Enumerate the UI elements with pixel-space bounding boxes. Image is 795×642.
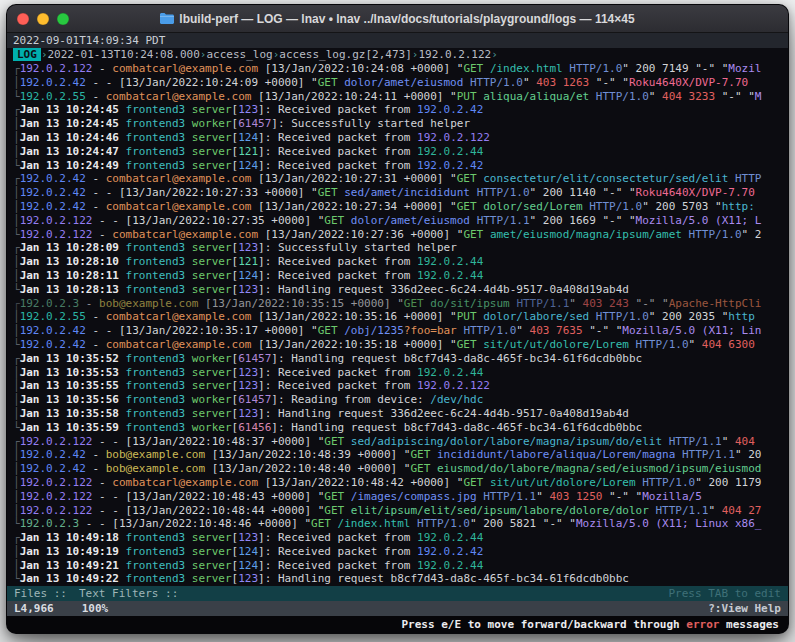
file-group-marker: │ [13,200,20,213]
text-span: HTTP/1.0 [596,90,649,103]
log-line[interactable]: │192.0.2.122 - - [13/Jan/2022:10:27:35 +… [13,214,788,228]
log-line[interactable]: ┌192.0.2.3 - bob@example.com [13/Jan/202… [13,297,788,311]
files-panel-tab[interactable]: Files :: [14,586,67,601]
text-span: http [728,310,755,323]
text-span: [13/Jan/2022:10:35:15 +0000] " [198,297,403,310]
text-span: ]: Handling request b8cf7d43-da8c-465f-b… [271,352,642,365]
log-line[interactable]: └Jan 13 10:24:49 frontend3 server[124]: … [13,159,788,173]
minimize-button[interactable] [37,13,49,25]
log-line[interactable]: │192.0.2.42 - bob@example.com [13/Jan/20… [13,448,788,462]
text-span: frontend3 [126,117,186,130]
text-span: dolor/labore/sed [483,310,589,323]
text-span: do/sit/ipsum [430,297,509,310]
text-span [185,283,192,296]
text-span: 192.0.2.122 [20,62,93,75]
breadcrumb-crumb[interactable]: 2022-01-13T10:24:08.000 [48,48,200,61]
text-span [185,531,192,544]
text-span: server [192,545,232,558]
file-group-marker: └ [13,517,20,530]
log-line[interactable]: ┌192.0.2.122 - combatcarl@example.com [1… [13,62,788,76]
log-line[interactable]: ┌Jan 13 10:28:09 frontend3 server[123]: … [13,241,788,255]
text-span [344,214,351,227]
log-line[interactable]: │Jan 13 10:35:58 frontend3 server[123]: … [13,407,788,421]
text-span: Jan 13 10:28:11 [20,269,119,282]
file-group-marker: │ [13,214,20,227]
text-span: server [192,407,232,420]
log-line[interactable]: │192.0.2.122 - - [13/Jan/2022:10:48:43 +… [13,490,788,504]
text-span: frontend3 [126,145,186,158]
text-span: server [192,283,232,296]
text-span: 403 1263 [536,76,589,89]
log-line[interactable]: ┌192.0.2.122 - - [13/Jan/2022:10:48:37 +… [13,435,788,449]
log-line[interactable]: │Jan 13 10:35:56 frontend3 worker[61457]… [13,393,788,407]
text-span [483,476,490,489]
text-span: sed/adipiscing/dolor/labore/magna/ipsum/… [351,435,662,448]
text-span [119,159,126,172]
titlebar[interactable]: lbuild-perf — LOG — lnav • lnav ../lnav/… [7,5,788,33]
log-line[interactable]: │Jan 13 10:24:47 frontend3 server[121]: … [13,145,788,159]
log-line[interactable]: │Jan 13 10:28:10 frontend3 server[121]: … [13,255,788,269]
log-line[interactable]: ┌Jan 13 10:35:52 frontend3 worker[61457]… [13,352,788,366]
text-span: - [86,200,106,213]
text-span: [13/Jan/2022:10:35:16 +0000] " [251,310,456,323]
text-span: 404 3233 [662,90,715,103]
text-span: GET [324,214,344,227]
log-view[interactable]: ┌192.0.2.122 - combatcarl@example.com [1… [7,62,788,586]
log-line[interactable]: └192.0.2.3 - - [13/Jan/2022:10:48:46 +00… [13,517,788,531]
text-span: frontend3 [126,159,186,172]
text-span: frontend3 [126,531,186,544]
zoom-button[interactable] [57,13,69,25]
text-span: [13/Jan/2022:10:48:39 +0000] " [205,448,410,461]
text-span: ]: Received packet from [258,103,417,116]
text-span: Mozilla/5.0 (X11; L [636,214,762,227]
text-span: combatcarl@example.com [112,228,258,241]
text-span: 123 [238,283,258,296]
log-line[interactable]: ┌Jan 13 10:24:45 frontend3 server[123]: … [13,103,788,117]
log-line[interactable]: └Jan 13 10:35:59 frontend3 worker[61456]… [13,421,788,435]
log-line[interactable]: │192.0.2.42 - bob@example.com [13/Jan/20… [13,462,788,476]
text-span [119,283,126,296]
text-span: 192.0.2.42 [20,172,86,185]
file-group-marker: │ [13,490,20,503]
breadcrumb-bar[interactable]: LOG›2022-01-13T10:24:08.000›access_log›a… [7,48,788,62]
log-line[interactable]: │192.0.2.42 - - [13/Jan/2022:10:24:09 +0… [13,76,788,90]
log-line[interactable]: └Jan 13 10:28:13 frontend3 server[123]: … [13,283,788,297]
log-line[interactable]: └192.0.2.122 - combatcarl@example.com [1… [13,228,788,242]
log-line[interactable]: ┌Jan 13 10:49:18 frontend3 server[123]: … [13,531,788,545]
breadcrumb-crumb[interactable]: access_log.gz[2,473] [279,48,411,61]
text-span: 124 [238,559,258,572]
text-filters-panel-tab[interactable]: Text Filters :: [79,586,178,601]
log-line[interactable]: └192.0.2.42 - combatcarl@example.com [13… [13,338,788,352]
log-line[interactable]: │Jan 13 10:49:19 frontend3 server[124]: … [13,545,788,559]
breadcrumb-root[interactable]: LOG [13,48,41,61]
breadcrumb-crumb[interactable]: 192.0.2.122 [418,48,491,61]
log-line[interactable]: │192.0.2.42 - - [13/Jan/2022:10:35:17 +0… [13,324,788,338]
log-line[interactable]: │192.0.2.42 - combatcarl@example.com [13… [13,200,788,214]
close-button[interactable] [17,13,29,25]
log-line[interactable]: │192.0.2.42 - - [13/Jan/2022:10:27:33 +0… [13,186,788,200]
log-line[interactable]: └192.0.2.55 - combatcarl@example.com [13… [13,90,788,104]
text-span: HTTP/1.0 [689,228,742,241]
log-line[interactable]: │Jan 13 10:35:53 frontend3 server[123]: … [13,366,788,380]
text-span: server [192,269,232,282]
log-line[interactable]: │192.0.2.122 - - [13/Jan/2022:10:48:44 +… [13,504,788,518]
text-span: server [192,241,232,254]
text-span [119,145,126,158]
text-span: server [192,379,232,392]
log-line[interactable]: │Jan 13 10:24:46 frontend3 server[124]: … [13,131,788,145]
log-line[interactable]: │Jan 13 10:49:21 frontend3 server[124]: … [13,559,788,573]
log-line[interactable]: ┌192.0.2.42 - combatcarl@example.com [13… [13,172,788,186]
log-line[interactable]: └Jan 13 10:49:22 frontend3 server[123]: … [13,572,788,586]
log-line[interactable]: │Jan 13 10:35:55 frontend3 server[123]: … [13,379,788,393]
text-span: worker [192,421,232,434]
text-span [119,117,126,130]
file-group-marker: └ [13,283,20,296]
log-line[interactable]: │192.0.2.122 - combatcarl@example.com [1… [13,476,788,490]
clock-bar: 2022-09-01T14:09:34 PDT [7,33,788,48]
log-line[interactable]: │192.0.2.55 - combatcarl@example.com [13… [13,310,788,324]
text-span: /images/compass.jpg [351,490,477,503]
log-line[interactable]: │Jan 13 10:28:11 frontend3 server[124]: … [13,269,788,283]
breadcrumb-crumb[interactable]: access_log [206,48,272,61]
text-span: frontend3 [126,572,186,585]
log-line[interactable]: │Jan 13 10:24:45 frontend3 worker[61457]… [13,117,788,131]
